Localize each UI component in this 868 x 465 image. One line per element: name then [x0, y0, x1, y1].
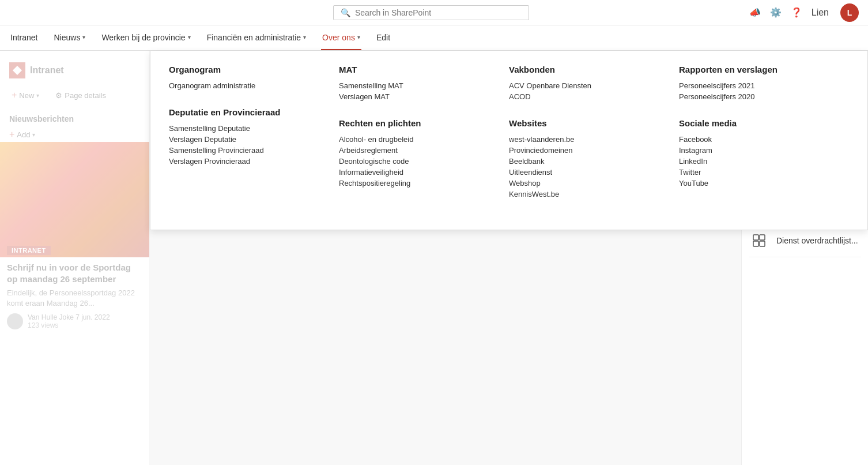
more-icon: [749, 230, 769, 251]
user-name[interactable]: Lien: [812, 7, 829, 18]
mega-link-rapporten-1[interactable]: Personeelscijfers 2021: [679, 80, 835, 91]
user-avatar[interactable]: L: [840, 3, 859, 22]
mega-link-websites-2[interactable]: Provinciedomeinen: [509, 145, 665, 156]
mega-section-rapporten: Rapporten en verslagen Personeelscijfers…: [679, 65, 835, 102]
mega-col-1: Organogram Organogram administratie Depu…: [169, 65, 339, 216]
mega-link-rechten-5[interactable]: Rechtspositieregeling: [339, 178, 495, 189]
mega-section-title-organogram: Organogram: [169, 65, 325, 74]
mega-link-mat-1[interactable]: Samenstelling MAT: [339, 80, 495, 91]
mega-section-title-sociale-media: Sociale media: [679, 118, 835, 128]
app-layout: Intranet + New ▾ ⚙ Page details Nieuwsbe…: [0, 51, 868, 465]
mega-link-mat-2[interactable]: Verslagen MAT: [339, 91, 495, 102]
mega-section-vakbonden: Vakbonden ACV Openbare Diensten ACOD: [509, 65, 665, 102]
mega-link-rechten-4[interactable]: Informatieveiligheid: [339, 167, 495, 178]
sidebar-overlay: [0, 51, 150, 465]
mega-link-social-1[interactable]: Facebook: [679, 134, 835, 145]
mega-link-websites-4[interactable]: Uitleendienst: [509, 167, 665, 178]
chevron-down-icon: ▾: [303, 34, 306, 40]
search-icon: 🔍: [341, 8, 350, 17]
search-area: 🔍: [113, 5, 749, 20]
nav-item-edit[interactable]: Edit: [375, 25, 391, 50]
mega-section-mat: MAT Samenstelling MAT Verslagen MAT: [339, 65, 495, 102]
mega-section-title-deputatie: Deputatie en Provincieraad: [169, 107, 325, 117]
mega-link-deputatie-1[interactable]: Samenstelling Deputatie: [169, 123, 325, 134]
mega-link-websites-5[interactable]: Webshop: [509, 178, 665, 189]
top-bar: 🔍 📣 ⚙️ ❓ Lien L: [0, 0, 868, 25]
mega-section-title-websites: Websites: [509, 118, 665, 128]
notification-icon[interactable]: 📣: [749, 7, 761, 18]
mega-section-organogram: Organogram Organogram administratie: [169, 65, 325, 91]
mega-section-rechten: Rechten en plichten Alcohol- en drugbele…: [339, 118, 495, 189]
mega-link-vakbonden-2[interactable]: ACOD: [509, 91, 665, 102]
mega-link-deputatie-4[interactable]: Verslagen Provincieraad: [169, 156, 325, 167]
mega-section-websites: Websites west-vlaanderen.be Provinciedom…: [509, 118, 665, 200]
nav-item-over-ons[interactable]: Over ons ▾: [321, 25, 361, 50]
nav-item-intranet[interactable]: Intranet: [9, 25, 39, 50]
mega-section-sociale-media: Sociale media Facebook Instagram LinkedI…: [679, 118, 835, 189]
chevron-down-icon: ▾: [188, 34, 191, 40]
mega-link-rapporten-2[interactable]: Personeelscijfers 2020: [679, 91, 835, 102]
mega-link-websites-1[interactable]: west-vlaanderen.be: [509, 134, 665, 145]
mega-link-rechten-2[interactable]: Arbeidsreglement: [339, 145, 495, 156]
top-bar-icons: 📣 ⚙️ ❓ Lien L: [749, 3, 859, 22]
svg-rect-15: [753, 241, 758, 246]
mega-col-3: Vakbonden ACV Openbare Diensten ACOD Web…: [509, 65, 679, 216]
svg-rect-13: [753, 235, 758, 240]
search-box[interactable]: 🔍: [333, 5, 529, 20]
search-input[interactable]: [355, 8, 522, 17]
svg-rect-16: [760, 241, 765, 246]
mega-section-title-rechten: Rechten en plichten: [339, 118, 495, 128]
mega-section-title-vakbonden: Vakbonden: [509, 65, 665, 74]
nav-bar: Intranet Nieuws ▾ Werken bij de provinci…: [0, 25, 868, 51]
chevron-down-icon: ▾: [357, 34, 360, 40]
mega-section-title-rapporten: Rapporten en verslagen: [679, 65, 835, 74]
mega-link-social-5[interactable]: YouTube: [679, 178, 835, 189]
mega-col-2: MAT Samenstelling MAT Verslagen MAT Rech…: [339, 65, 509, 216]
mega-link-social-2[interactable]: Instagram: [679, 145, 835, 156]
svg-rect-14: [760, 235, 765, 240]
nav-item-werken[interactable]: Werken bij de provincie ▾: [100, 25, 191, 50]
help-icon[interactable]: ❓: [791, 7, 802, 18]
settings-icon[interactable]: ⚙️: [770, 7, 782, 18]
mega-menu: Organogram Organogram administratie Depu…: [150, 51, 868, 230]
nav-item-financien[interactable]: Financiën en administratie ▾: [206, 25, 307, 50]
mega-link-organogram-admin[interactable]: Organogram administratie: [169, 80, 325, 91]
mega-link-rechten-3[interactable]: Deontologische code: [339, 156, 495, 167]
right-panel-label-more: Dienst overdrachtlijst...: [776, 236, 858, 245]
chevron-down-icon: ▾: [82, 34, 85, 40]
mega-link-deputatie-2[interactable]: Verslagen Deputatie: [169, 134, 325, 145]
mega-link-social-4[interactable]: Twitter: [679, 167, 835, 178]
mega-link-rechten-1[interactable]: Alcohol- en drugbeleid: [339, 134, 495, 145]
nav-item-nieuws[interactable]: Nieuws ▾: [52, 25, 86, 50]
mega-link-deputatie-3[interactable]: Samenstelling Provincieraad: [169, 145, 325, 156]
mega-col-4: Rapporten en verslagen Personeelscijfers…: [679, 65, 849, 216]
mega-link-vakbonden-1[interactable]: ACV Openbare Diensten: [509, 80, 665, 91]
mega-section-title-mat: MAT: [339, 65, 495, 74]
mega-link-websites-6[interactable]: KennisWest.be: [509, 189, 665, 200]
mega-link-websites-3[interactable]: Beeldbank: [509, 156, 665, 167]
mega-section-deputatie: Deputatie en Provincieraad Samenstelling…: [169, 107, 325, 167]
mega-link-social-3[interactable]: LinkedIn: [679, 156, 835, 167]
